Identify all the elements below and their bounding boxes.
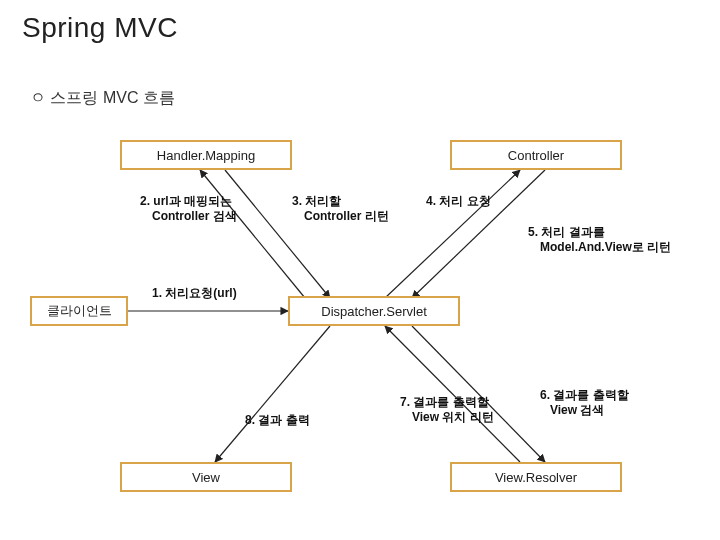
label-step-2: 2. url과 매핑되는 Controller 검색 xyxy=(140,194,237,224)
svg-line-6 xyxy=(385,326,520,462)
box-handler-mapping: Handler.Mapping xyxy=(120,140,292,170)
svg-line-3 xyxy=(385,170,520,298)
svg-line-4 xyxy=(412,170,545,298)
svg-line-2 xyxy=(225,170,330,298)
svg-line-7 xyxy=(215,326,330,462)
label-step-8: 8. 결과 출력 xyxy=(245,413,310,428)
svg-line-5 xyxy=(412,326,545,462)
label-step-5-line1: 5. 처리 결과를 xyxy=(528,225,605,239)
label-step-3-line1: 3. 처리할 xyxy=(292,194,341,208)
label-step-7-line1: 7. 결과를 출력할 xyxy=(400,395,489,409)
box-dispatcher-servlet: Dispatcher.Servlet xyxy=(288,296,460,326)
label-step-7-line2: View 위치 리턴 xyxy=(400,410,494,424)
label-step-2-line2: Controller 검색 xyxy=(140,209,237,223)
box-client: 클라이언트 xyxy=(30,296,128,326)
label-step-4: 4. 처리 요청 xyxy=(426,194,491,209)
label-step-5-line2: Model.And.View로 리턴 xyxy=(528,240,671,254)
label-step-7: 7. 결과를 출력할 View 위치 리턴 xyxy=(400,395,494,425)
label-step-6-line2: View 검색 xyxy=(540,403,604,417)
label-step-6-line1: 6. 결과를 출력할 xyxy=(540,388,629,402)
label-step-5: 5. 처리 결과를 Model.And.View로 리턴 xyxy=(528,225,671,255)
section-subtitle: ㅇ 스프링 MVC 흐름 xyxy=(30,88,175,109)
label-step-2-line1: 2. url과 매핑되는 xyxy=(140,194,232,208)
label-step-6: 6. 결과를 출력할 View 검색 xyxy=(540,388,629,418)
box-view: View xyxy=(120,462,292,492)
box-controller: Controller xyxy=(450,140,622,170)
page-title: Spring MVC xyxy=(22,12,178,44)
label-step-3: 3. 처리할 Controller 리턴 xyxy=(292,194,389,224)
label-step-1: 1. 처리요청(url) xyxy=(152,286,237,301)
box-view-resolver: View.Resolver xyxy=(450,462,622,492)
diagram-connectors xyxy=(0,0,720,540)
svg-line-1 xyxy=(200,170,305,298)
label-step-3-line2: Controller 리턴 xyxy=(292,209,389,223)
